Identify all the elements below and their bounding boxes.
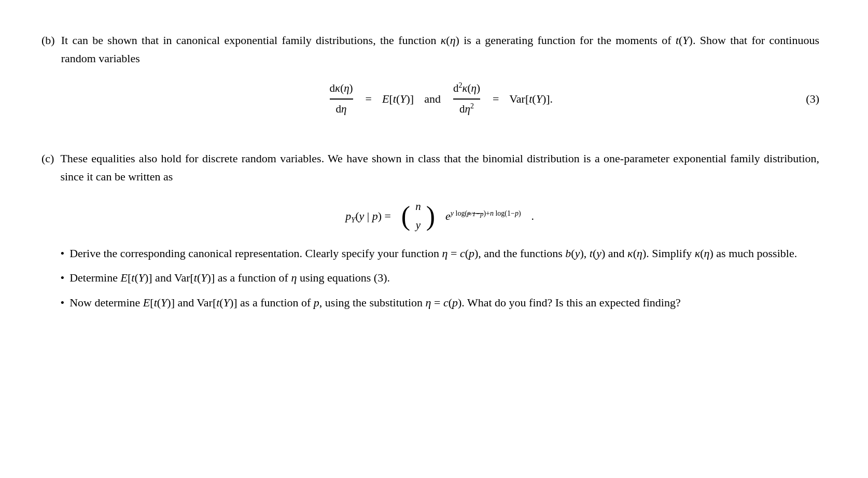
bullet-list: Derive the corresponding canonical repre… — [60, 244, 819, 312]
bullet-3-text: Now determine E[t(Y)] and Var[t(Y)] as a… — [69, 293, 819, 312]
eq-and: and — [424, 90, 441, 108]
binom-paren-left: ( — [401, 203, 410, 230]
bullet-1-text: Derive the corresponding canonical repre… — [69, 244, 819, 262]
eq-equals-1: = — [366, 90, 372, 108]
binom-exp: ey log(p/1−p)+n log(1−p) — [445, 207, 521, 225]
bullet-item-2: Determine E[t(Y)] and Var[t(Y)] as a fun… — [60, 269, 819, 287]
bullet-item-3: Now determine E[t(Y)] and Var[t(Y)] as a… — [60, 293, 819, 312]
equation-3-content: dκ(η) dη = E[t(Y)] and d2κ(η) dη2 = Var[ — [328, 80, 553, 118]
binom-coeff: ( n y ) — [401, 198, 435, 234]
bullet-2-text: Determine E[t(Y)] and Var[t(Y)] as a fun… — [69, 269, 819, 287]
section-b-body: It can be shown that in canonical expone… — [61, 31, 819, 129]
section-b: (b) It can be shown that in canonical ex… — [41, 31, 819, 129]
binom-period: . — [531, 207, 535, 225]
binom-paren-right: ) — [426, 203, 435, 230]
eq-Var-tY: Var[t(Y)]. — [509, 90, 553, 108]
frac-dkappa-deta: dκ(η) dη — [330, 80, 353, 118]
section-c-text: These equalities also hold for discrete … — [60, 149, 819, 186]
section-c: (c) These equalities also hold for discr… — [41, 149, 819, 318]
binom-y: y — [416, 217, 421, 234]
equation-number-3: (3) — [806, 90, 819, 108]
binom-inner: n y — [412, 198, 424, 234]
equation-3-block: dκ(η) dη = E[t(Y)] and d2κ(η) dη2 = Var[ — [61, 80, 819, 118]
eq-E-tY: E[t(Y)] — [382, 90, 414, 108]
frac-d2kappa-deta2: d2κ(η) dη2 — [453, 80, 480, 118]
binomial-equation: pY(y | p) = ( n y ) — [60, 198, 819, 234]
section-c-label: (c) — [41, 149, 54, 167]
section-b-text: It can be shown that in canonical expone… — [61, 31, 819, 67]
eq-equals-2: = — [493, 90, 499, 108]
binom-n: n — [415, 198, 421, 216]
section-c-body: These equalities also hold for discrete … — [60, 149, 819, 318]
bullet-item-1: Derive the corresponding canonical repre… — [60, 244, 819, 262]
section-b-label: (b) — [41, 31, 55, 49]
binomial-equation-content: pY(y | p) = ( n y ) — [345, 198, 534, 234]
binom-lhs: pY(y | p) = — [345, 207, 391, 225]
page-content: (b) It can be shown that in canonical ex… — [41, 31, 819, 318]
